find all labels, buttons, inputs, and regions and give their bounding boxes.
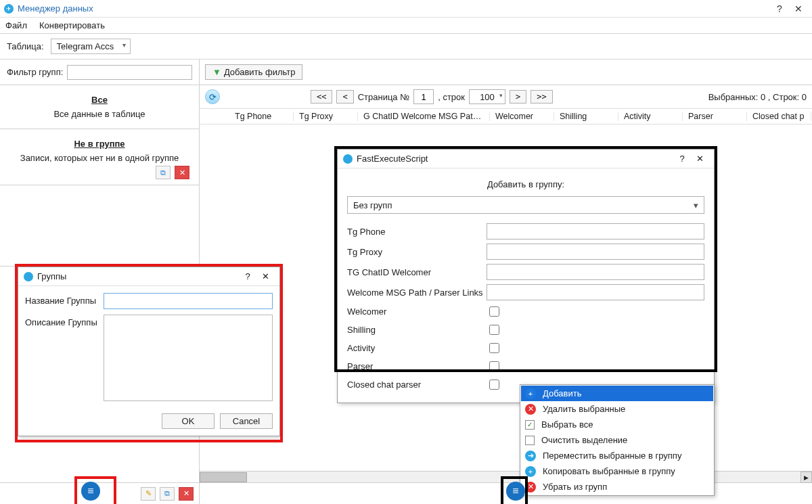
group-filter-input[interactable] — [67, 65, 192, 80]
pager-page-label: Страница № — [358, 92, 409, 102]
fes-group-dropdown[interactable]: Без групп — [347, 196, 704, 214]
ctx-delete-selected[interactable]: ✕ Удалить выбранные — [521, 401, 713, 417]
col-header[interactable]: Tg Phone — [229, 112, 294, 121]
menu-convert[interactable]: Конвертировать — [39, 20, 105, 30]
group-card-nogroup[interactable]: Не в группе Записи, которых нет ни в одн… — [0, 129, 199, 185]
fes-parser-checkbox[interactable] — [489, 361, 499, 371]
pager-rows-select[interactable]: 100 — [469, 89, 505, 104]
pager-next[interactable]: > — [510, 90, 526, 104]
col-header[interactable]: Shilling — [554, 112, 618, 121]
delete-group-button[interactable]: ✕ — [175, 166, 189, 179]
col-header[interactable]: G ChatID Welcome MSG Path / Par — [358, 112, 490, 121]
window-title: Менеджер данных — [18, 3, 770, 14]
fes-closed-checkbox[interactable] — [489, 380, 499, 390]
check-square-icon: ✓ — [525, 420, 535, 430]
fes-proxy-input[interactable] — [487, 244, 704, 260]
x-icon: ✕ — [525, 404, 536, 415]
ctx-copy-to-group[interactable]: + Копировать выбранные в группу — [521, 463, 713, 479]
groups-dialog-title: Группы — [37, 271, 239, 281]
col-header[interactable]: Tg Proxy — [294, 112, 358, 121]
delete-groups-button[interactable]: ✕ — [179, 487, 194, 501]
fes-msgpath-input[interactable] — [487, 284, 704, 300]
help-button[interactable]: ? — [770, 3, 789, 14]
context-menu: + Добавить ✕ Удалить выбранные ✓ Выбрать… — [520, 384, 715, 496]
group-card-all[interactable]: Все Все данные в таблице — [0, 85, 199, 129]
group-name-input[interactable] — [104, 293, 273, 309]
group-card-empty — [0, 185, 199, 267]
app-icon: ✈ — [4, 4, 14, 14]
ok-button[interactable]: OK — [162, 413, 215, 429]
group-desc-label: Описание Группы — [25, 315, 104, 401]
edit-groups-button[interactable]: ✎ — [141, 487, 156, 501]
ctx-label: Переместить выбранные в группу — [543, 451, 681, 461]
col-header[interactable]: Parser — [683, 112, 747, 121]
ctx-remove-from-groups[interactable]: ✕ Убрать из групп — [521, 479, 713, 495]
arrow-icon: ➜ — [525, 451, 536, 461]
fes-group-dropdown-value: Без групп — [353, 200, 392, 210]
table-label: Таблица: — [7, 41, 44, 51]
copy-group-button[interactable]: ⧉ — [156, 166, 171, 179]
pager-rows-label: , строк — [438, 92, 465, 102]
fes-welcomer-checkbox[interactable] — [489, 306, 499, 317]
group-filter-row: Фильтр групп: — [0, 60, 199, 85]
group-desc-textarea[interactable] — [104, 315, 273, 401]
list-button-left[interactable]: ≡ — [81, 482, 100, 501]
add-filter-label: Добавить фильтр — [224, 67, 296, 77]
pager-last[interactable]: >> — [531, 90, 552, 104]
fes-shilling-checkbox[interactable] — [489, 325, 499, 335]
pager-prev[interactable]: < — [336, 90, 353, 104]
x-icon: ✕ — [525, 482, 536, 492]
menubar: Файл Конвертировать — [0, 18, 812, 34]
ctx-label: Удалить выбранные — [543, 404, 625, 414]
ctx-label: Копировать выбранные в группу — [543, 466, 675, 476]
col-header[interactable]: Welcomer — [490, 112, 554, 121]
col-header[interactable]: Closed chat p — [747, 112, 811, 121]
scroll-right-arrow[interactable]: ▶ — [800, 472, 812, 483]
pager-page-input[interactable] — [413, 89, 434, 104]
table-dropdown-value: Telegram Accs — [57, 41, 114, 51]
ctx-label: Добавить — [543, 388, 581, 398]
plus-icon: + — [525, 466, 536, 477]
window-titlebar: ✈ Менеджер данных ? ✕ — [0, 0, 812, 18]
fes-dialog-title: FastExecuteScript — [357, 154, 673, 164]
group-name-label: Название Группы — [25, 293, 104, 309]
fes-dialog-help[interactable]: ? — [673, 154, 691, 164]
fes-chatid-input[interactable] — [487, 264, 704, 280]
empty-square-icon — [525, 436, 535, 445]
table-dropdown[interactable]: Telegram Accs — [51, 39, 131, 54]
groups-dialog-titlebar[interactable]: Группы ? ✕ — [18, 267, 279, 286]
cancel-button[interactable]: Cancel — [220, 413, 273, 429]
fes-activity-checkbox[interactable] — [489, 343, 499, 353]
fes-activity-label: Activity — [347, 343, 487, 353]
ctx-label: Очистить выделение — [541, 435, 627, 445]
close-button[interactable]: ✕ — [789, 3, 808, 14]
ctx-add[interactable]: + Добавить — [521, 386, 713, 401]
col-header[interactable]: Activity — [618, 112, 683, 121]
groups-dialog-help[interactable]: ? — [239, 271, 256, 281]
menu-file[interactable]: Файл — [5, 20, 27, 30]
pager-first[interactable]: << — [311, 90, 332, 104]
copy-groups-button[interactable]: ⧉ — [160, 487, 175, 501]
ctx-clear-selection[interactable]: Очистить выделение — [521, 432, 713, 448]
fes-dialog-titlebar[interactable]: FastExecuteScript ? ✕ — [338, 150, 714, 168]
fes-msgpath-label: Welcome MSG Path / Parser Links — [347, 288, 487, 298]
fes-dialog-close[interactable]: ✕ — [691, 154, 708, 164]
list-button-right[interactable]: ≡ — [506, 482, 525, 501]
ctx-move-to-group[interactable]: ➜ Переместить выбранные в группу — [521, 448, 713, 463]
ctx-select-all[interactable]: ✓ Выбрать все — [521, 417, 713, 432]
fes-phone-input[interactable] — [487, 223, 704, 239]
fes-parser-label: Parser — [347, 361, 487, 371]
fes-shilling-label: Shilling — [347, 325, 487, 335]
group-desc: Все данные в таблице — [7, 109, 192, 119]
fes-welcomer-label: Welcomer — [347, 306, 487, 317]
scrollbar-thumb[interactable] — [200, 472, 247, 482]
refresh-icon: ⟳ — [209, 92, 217, 102]
pager-rows-value: 100 — [480, 92, 495, 102]
add-filter-row: ▼ Добавить фильтр — [200, 60, 812, 85]
fes-phone-label: Tg Phone — [347, 227, 487, 237]
add-filter-button[interactable]: ▼ Добавить фильтр — [205, 64, 302, 80]
refresh-button[interactable]: ⟳ — [205, 89, 220, 104]
plus-icon: + — [525, 388, 536, 399]
horizontal-scrollbar[interactable]: ▶ — [200, 471, 812, 482]
groups-dialog-close[interactable]: ✕ — [256, 271, 274, 281]
